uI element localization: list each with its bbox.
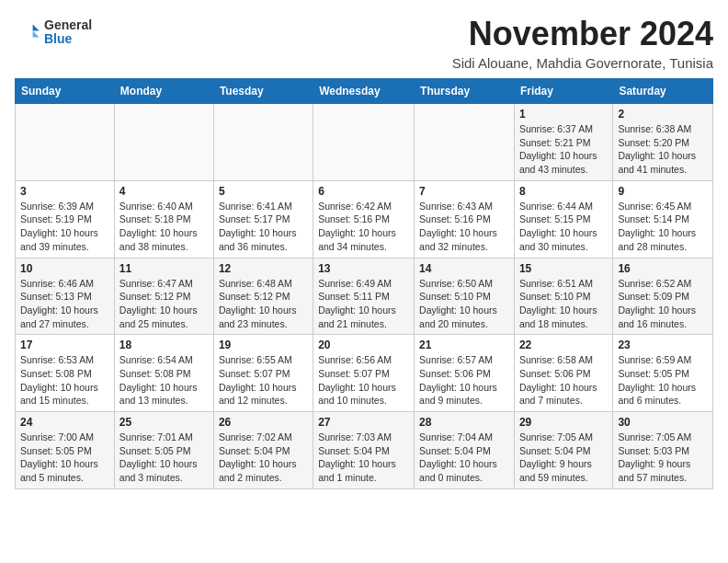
day-number: 3 (20, 185, 109, 198)
logo: General Blue (15, 18, 92, 47)
calendar-week-row: 10Sunrise: 6:46 AM Sunset: 5:13 PM Dayli… (16, 258, 713, 335)
calendar-cell: 2Sunrise: 6:38 AM Sunset: 5:20 PM Daylig… (613, 104, 713, 181)
column-header-thursday: Thursday (415, 79, 515, 104)
day-number: 15 (519, 262, 608, 275)
day-number: 25 (119, 416, 209, 429)
logo-text: General Blue (44, 18, 92, 47)
calendar-cell: 19Sunrise: 6:55 AM Sunset: 5:07 PM Dayli… (213, 335, 313, 412)
day-info: Sunrise: 7:04 AM Sunset: 5:04 PM Dayligh… (419, 431, 509, 485)
calendar-cell: 6Sunrise: 6:42 AM Sunset: 5:16 PM Daylig… (313, 180, 415, 258)
day-info: Sunrise: 6:42 AM Sunset: 5:16 PM Dayligh… (318, 200, 409, 254)
day-number: 28 (419, 416, 509, 429)
calendar-cell: 23Sunrise: 6:59 AM Sunset: 5:05 PM Dayli… (613, 335, 713, 412)
day-number: 24 (20, 416, 109, 429)
calendar-cell: 28Sunrise: 7:04 AM Sunset: 5:04 PM Dayli… (415, 412, 515, 489)
day-number: 12 (219, 262, 308, 275)
column-header-friday: Friday (514, 79, 612, 104)
calendar-cell: 12Sunrise: 6:48 AM Sunset: 5:12 PM Dayli… (213, 258, 313, 335)
day-info: Sunrise: 6:51 AM Sunset: 5:10 PM Dayligh… (519, 277, 608, 331)
day-number: 4 (119, 185, 209, 198)
day-info: Sunrise: 6:50 AM Sunset: 5:10 PM Dayligh… (419, 277, 509, 331)
calendar-week-row: 24Sunrise: 7:00 AM Sunset: 5:05 PM Dayli… (16, 412, 713, 489)
column-header-sunday: Sunday (16, 79, 115, 104)
calendar-cell (114, 104, 213, 181)
day-number: 30 (618, 416, 708, 429)
calendar-cell: 30Sunrise: 7:05 AM Sunset: 5:03 PM Dayli… (613, 412, 713, 489)
day-info: Sunrise: 7:00 AM Sunset: 5:05 PM Dayligh… (20, 431, 109, 485)
day-number: 5 (219, 185, 308, 198)
day-number: 21 (419, 339, 509, 351)
day-info: Sunrise: 6:43 AM Sunset: 5:16 PM Dayligh… (419, 200, 509, 254)
day-info: Sunrise: 6:47 AM Sunset: 5:12 PM Dayligh… (119, 277, 209, 331)
page-header: General Blue November 2024 Sidi Alouane,… (15, 15, 713, 71)
day-info: Sunrise: 6:38 AM Sunset: 5:20 PM Dayligh… (618, 122, 708, 177)
calendar-cell: 21Sunrise: 6:57 AM Sunset: 5:06 PM Dayli… (415, 335, 515, 412)
day-info: Sunrise: 6:54 AM Sunset: 5:08 PM Dayligh… (119, 353, 209, 408)
month-title: November 2024 (452, 15, 713, 53)
calendar-header-row: SundayMondayTuesdayWednesdayThursdayFrid… (16, 79, 713, 104)
day-number: 22 (519, 339, 608, 351)
day-number: 23 (618, 339, 708, 351)
column-header-wednesday: Wednesday (313, 79, 415, 104)
calendar-cell: 4Sunrise: 6:40 AM Sunset: 5:18 PM Daylig… (114, 180, 213, 258)
calendar-cell: 16Sunrise: 6:52 AM Sunset: 5:09 PM Dayli… (613, 258, 713, 335)
day-info: Sunrise: 6:46 AM Sunset: 5:13 PM Dayligh… (20, 277, 109, 331)
day-info: Sunrise: 6:57 AM Sunset: 5:06 PM Dayligh… (419, 353, 509, 408)
day-number: 13 (318, 262, 409, 275)
calendar-cell (16, 104, 115, 181)
day-info: Sunrise: 7:03 AM Sunset: 5:04 PM Dayligh… (318, 431, 409, 485)
calendar-week-row: 3Sunrise: 6:39 AM Sunset: 5:19 PM Daylig… (16, 180, 713, 258)
column-header-monday: Monday (114, 79, 213, 104)
day-info: Sunrise: 6:45 AM Sunset: 5:14 PM Dayligh… (618, 200, 708, 254)
day-number: 2 (618, 108, 708, 121)
day-number: 7 (419, 185, 509, 198)
day-info: Sunrise: 6:56 AM Sunset: 5:07 PM Dayligh… (318, 353, 409, 408)
calendar-cell: 15Sunrise: 6:51 AM Sunset: 5:10 PM Dayli… (514, 258, 612, 335)
day-info: Sunrise: 6:53 AM Sunset: 5:08 PM Dayligh… (20, 353, 109, 408)
location-subtitle: Sidi Alouane, Mahdia Governorate, Tunisi… (452, 55, 713, 71)
column-header-tuesday: Tuesday (213, 79, 313, 104)
day-info: Sunrise: 6:37 AM Sunset: 5:21 PM Dayligh… (519, 122, 608, 177)
day-info: Sunrise: 6:41 AM Sunset: 5:17 PM Dayligh… (219, 200, 308, 254)
day-info: Sunrise: 6:52 AM Sunset: 5:09 PM Dayligh… (618, 277, 708, 331)
day-number: 27 (318, 416, 409, 429)
logo-general: General (44, 18, 92, 32)
calendar-cell: 18Sunrise: 6:54 AM Sunset: 5:08 PM Dayli… (114, 335, 213, 412)
day-info: Sunrise: 6:44 AM Sunset: 5:15 PM Dayligh… (519, 200, 608, 254)
calendar-cell (213, 104, 313, 181)
day-number: 14 (419, 262, 509, 275)
svg-marker-1 (33, 31, 40, 38)
calendar-week-row: 17Sunrise: 6:53 AM Sunset: 5:08 PM Dayli… (16, 335, 713, 412)
day-info: Sunrise: 7:05 AM Sunset: 5:03 PM Dayligh… (618, 431, 708, 485)
day-number: 9 (618, 185, 708, 198)
calendar-cell: 9Sunrise: 6:45 AM Sunset: 5:14 PM Daylig… (613, 180, 713, 258)
calendar-cell: 20Sunrise: 6:56 AM Sunset: 5:07 PM Dayli… (313, 335, 415, 412)
day-number: 1 (519, 108, 608, 121)
calendar-cell: 13Sunrise: 6:49 AM Sunset: 5:11 PM Dayli… (313, 258, 415, 335)
calendar-cell: 26Sunrise: 7:02 AM Sunset: 5:04 PM Dayli… (213, 412, 313, 489)
logo-icon (15, 19, 40, 45)
calendar-cell: 7Sunrise: 6:43 AM Sunset: 5:16 PM Daylig… (415, 180, 515, 258)
calendar-cell: 27Sunrise: 7:03 AM Sunset: 5:04 PM Dayli… (313, 412, 415, 489)
day-number: 6 (318, 185, 409, 198)
calendar-week-row: 1Sunrise: 6:37 AM Sunset: 5:21 PM Daylig… (16, 104, 713, 181)
day-number: 17 (20, 339, 109, 351)
calendar-cell: 29Sunrise: 7:05 AM Sunset: 5:04 PM Dayli… (514, 412, 612, 489)
calendar-cell (415, 104, 515, 181)
day-info: Sunrise: 7:05 AM Sunset: 5:04 PM Dayligh… (519, 431, 608, 485)
calendar-cell: 22Sunrise: 6:58 AM Sunset: 5:06 PM Dayli… (514, 335, 612, 412)
day-info: Sunrise: 6:55 AM Sunset: 5:07 PM Dayligh… (219, 353, 308, 408)
calendar-cell: 5Sunrise: 6:41 AM Sunset: 5:17 PM Daylig… (213, 180, 313, 258)
calendar-cell: 1Sunrise: 6:37 AM Sunset: 5:21 PM Daylig… (514, 104, 612, 181)
calendar-cell: 14Sunrise: 6:50 AM Sunset: 5:10 PM Dayli… (415, 258, 515, 335)
day-number: 11 (119, 262, 209, 275)
day-info: Sunrise: 6:58 AM Sunset: 5:06 PM Dayligh… (519, 353, 608, 408)
calendar-cell: 24Sunrise: 7:00 AM Sunset: 5:05 PM Dayli… (16, 412, 115, 489)
day-number: 26 (219, 416, 308, 429)
calendar-cell: 25Sunrise: 7:01 AM Sunset: 5:05 PM Dayli… (114, 412, 213, 489)
day-number: 10 (20, 262, 109, 275)
calendar-cell (313, 104, 415, 181)
calendar-cell: 10Sunrise: 6:46 AM Sunset: 5:13 PM Dayli… (16, 258, 115, 335)
calendar-cell: 3Sunrise: 6:39 AM Sunset: 5:19 PM Daylig… (16, 180, 115, 258)
day-number: 19 (219, 339, 308, 351)
